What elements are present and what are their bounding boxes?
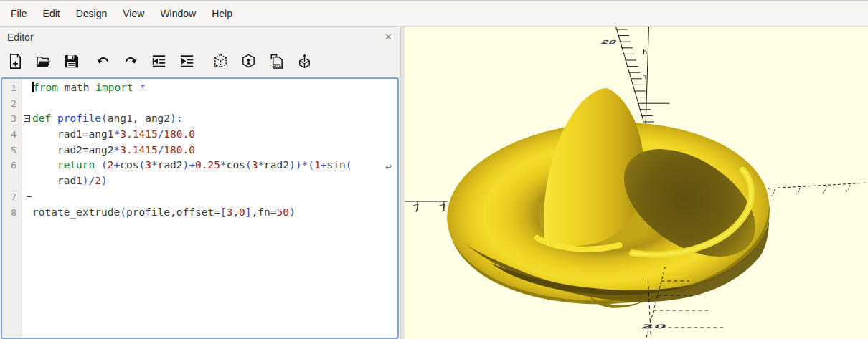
menu-item-window[interactable]: Window [152, 1, 204, 26]
code-line-text: rad2=ang2*3.1415/180.0 [32, 143, 397, 158]
preview-cube-icon: » [212, 53, 229, 72]
code-line-text: rad1=ang1*3.1415/180.0 [32, 127, 397, 143]
tick-label-mark [643, 49, 646, 54]
menu-item-edit[interactable]: Edit [35, 1, 68, 26]
x-axis-dashed-tick [771, 189, 775, 196]
unindent-icon [151, 53, 167, 72]
close-icon[interactable]: × [385, 32, 392, 43]
z-axis-label-bottom: 20 [641, 323, 670, 330]
code-line-text [32, 96, 397, 112]
redo-button[interactable] [122, 53, 140, 71]
render-button[interactable] [240, 53, 258, 71]
export-stl-button[interactable]: STL [268, 53, 286, 71]
code-row: 5 rad2=ang2*3.1415/180.0 [2, 143, 397, 158]
redo-icon [123, 53, 139, 72]
fold-guide-line [22, 127, 32, 143]
fold-guide-end [22, 189, 32, 205]
undo-button[interactable] [94, 53, 112, 71]
save-button[interactable] [62, 53, 80, 71]
line-number: 2 [2, 96, 22, 112]
viewport-canvas[interactable]: 20 [405, 27, 868, 339]
menu-item-help[interactable]: Help [204, 1, 240, 26]
x-axis-dashed-tick [823, 186, 826, 193]
indent-button[interactable] [178, 53, 196, 71]
export-stl-icon: STL [268, 53, 285, 72]
open-file-button[interactable] [34, 53, 52, 71]
print-3d-icon [296, 53, 313, 72]
line-number [2, 173, 22, 189]
line-number: 1 [2, 80, 22, 96]
line-number: 8 [2, 205, 22, 221]
code-rows: 1from math import *23def profile(ang1, a… [2, 80, 397, 220]
code-editor[interactable]: 1from math import *23def profile(ang1, a… [1, 77, 399, 339]
code-line-text [32, 189, 397, 205]
code-row: rad1)/2) [2, 173, 397, 189]
code-row: 8rotate_extrude(profile,offset=[3,0],fn=… [2, 205, 397, 221]
indent-icon [179, 53, 195, 72]
unindent-button[interactable] [150, 53, 168, 71]
code-line-text: def profile(ang1, ang2): [32, 111, 397, 127]
code-line-text: rotate_extrude(profile,offset=[3,0],fn=5… [32, 205, 397, 221]
open-folder-icon [35, 53, 52, 72]
fold-margin [22, 205, 32, 221]
editor-toolbar: » STL [0, 47, 400, 77]
fold-margin [22, 96, 32, 112]
new-file-icon [7, 53, 24, 72]
fold-guide-line [22, 143, 32, 158]
menu-item-file[interactable]: File [3, 1, 35, 26]
main-content: Editor × » [0, 27, 868, 339]
code-row: 2 [2, 96, 397, 112]
editor-panel: Editor × » [0, 27, 400, 339]
fold-collapse-icon[interactable] [22, 111, 32, 127]
fold-margin [22, 80, 32, 96]
x-axis-left [405, 201, 448, 212]
tick-label-mark [643, 74, 645, 79]
rotate-extrude-model [443, 88, 775, 312]
fold-guide-line [22, 173, 32, 189]
print-3d-button[interactable] [296, 53, 313, 71]
code-row: 4 rad1=ang1*3.1415/180.0 [2, 127, 397, 143]
x-axis-dashed-tick [846, 185, 850, 191]
panel-title: Editor [7, 32, 34, 43]
code-row: 3def profile(ang1, ang2): [2, 111, 397, 127]
code-line-text: return (2+cos(3*rad2)+0.25*cos(3*rad2))*… [32, 158, 397, 173]
x-axis-dashed-tick [796, 188, 800, 194]
save-icon [63, 53, 80, 72]
viewport-3d: 20 [405, 27, 868, 339]
x-axis-right [768, 183, 868, 196]
menu-bar: FileEditDesignViewWindowHelp [0, 0, 868, 27]
new-file-button[interactable] [6, 53, 24, 71]
line-number: 7 [2, 189, 22, 205]
code-row: 6 return (2+cos(3*rad2)+0.25*cos(3*rad2)… [2, 158, 397, 173]
line-number: 3 [2, 111, 22, 127]
line-number: 6 [2, 158, 22, 173]
svg-text:»: » [213, 61, 217, 70]
x-axis-dashed-line [768, 183, 868, 188]
code-line-text: from math import * [32, 80, 397, 96]
undo-icon [95, 53, 111, 72]
app-window: FileEditDesignViewWindowHelp Editor × [0, 0, 868, 339]
z-axis-line [645, 27, 648, 138]
code-row: 7 [2, 189, 397, 205]
code-line-text: rad1)/2) [32, 173, 397, 189]
line-number: 5 [2, 143, 22, 158]
preview-button[interactable]: » [212, 53, 230, 71]
line-number: 4 [2, 127, 22, 143]
code-row: 1from math import * [2, 80, 397, 96]
svg-text:STL: STL [273, 62, 282, 67]
fold-guide-line [22, 158, 32, 173]
menu-item-view[interactable]: View [115, 1, 152, 26]
z-axis-label-top: 20 [600, 39, 619, 45]
render-cube-icon [240, 53, 257, 72]
x-axis-ticks-left [418, 201, 444, 211]
menu-item-design[interactable]: Design [68, 1, 115, 26]
editor-panel-header: Editor × [0, 27, 400, 47]
